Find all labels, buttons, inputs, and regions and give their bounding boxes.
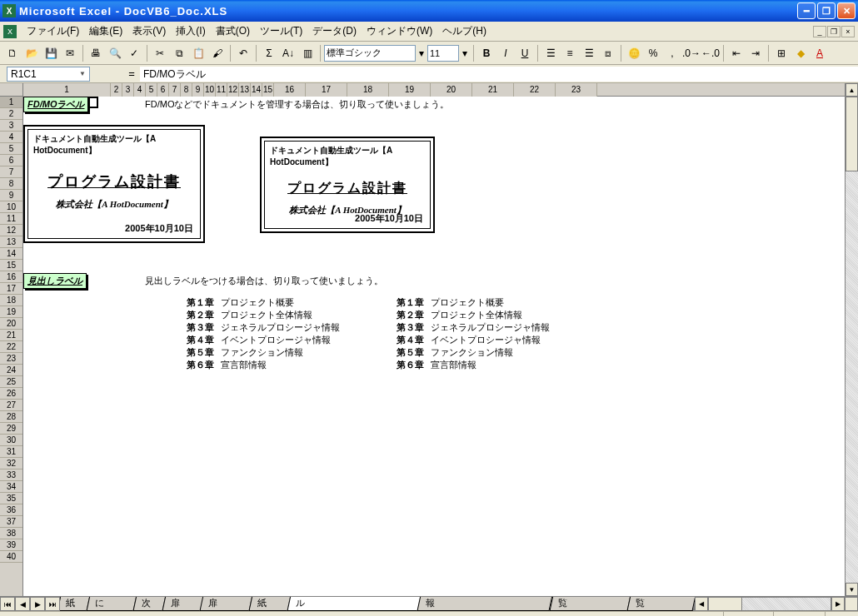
sheet-tab-6[interactable]: FD,MOラベル、見出しラベル <box>287 597 424 611</box>
col-header-2[interactable]: 2 <box>111 83 122 97</box>
col-header-11[interactable]: 11 <box>216 83 227 97</box>
mail-button[interactable]: ✉ <box>61 44 79 62</box>
row-header-9[interactable]: 9 <box>0 190 22 201</box>
row-header-21[interactable]: 21 <box>0 330 22 341</box>
menu-書式(O)[interactable]: 書式(O) <box>211 22 255 40</box>
save-button[interactable]: 💾 <box>42 44 60 62</box>
col-header-23[interactable]: 23 <box>556 83 597 97</box>
row-header-15[interactable]: 15 <box>0 260 22 271</box>
col-header-15[interactable]: 15 <box>262 83 274 97</box>
row-header-23[interactable]: 23 <box>0 353 22 365</box>
vscroll-thumb[interactable] <box>846 97 858 171</box>
col-header-1[interactable]: 1 <box>23 83 111 97</box>
vertical-scrollbar[interactable]: ▲ ▼ <box>845 83 858 596</box>
menu-データ(D)[interactable]: データ(D) <box>307 22 362 40</box>
sheet-tab-8[interactable]: 1.2参照設定一覧 <box>549 597 633 611</box>
row-header-25[interactable]: 25 <box>0 376 22 388</box>
horizontal-scrollbar[interactable]: ◀ ▶ <box>695 597 845 611</box>
menu-ファイル(F)[interactable]: ファイル(F) <box>22 22 84 40</box>
align-right-button[interactable]: ☰ <box>580 44 598 62</box>
autosum-button[interactable]: Σ <box>260 44 278 62</box>
row-header-2[interactable]: 2 <box>0 108 22 120</box>
merge-center-button[interactable]: ⧈ <box>599 44 617 62</box>
bold-button[interactable]: B <box>477 44 496 62</box>
row-header-4[interactable]: 4 <box>0 132 22 143</box>
row-header-35[interactable]: 35 <box>0 493 22 504</box>
tab-nav-last[interactable]: ⏭ <box>45 597 60 611</box>
col-header-14[interactable]: 14 <box>251 83 262 97</box>
menu-表示(V)[interactable]: 表示(V) <box>127 22 171 40</box>
paste-button[interactable]: 📋 <box>189 44 207 62</box>
scroll-up-button[interactable]: ▲ <box>846 83 858 97</box>
spellcheck-button[interactable]: ✓ <box>125 44 143 62</box>
preview-button[interactable]: 🔍 <box>106 44 124 62</box>
name-box[interactable]: R1C1▼ <box>7 67 90 82</box>
sheet-tab-7[interactable]: 1.1プロジェクトファイル情報 <box>417 597 556 611</box>
row-header-18[interactable]: 18 <box>0 295 22 306</box>
mdi-restore-button[interactable]: ❐ <box>827 26 841 37</box>
col-header-8[interactable]: 8 <box>181 83 192 97</box>
col-header-21[interactable]: 21 <box>472 83 514 97</box>
row-header-19[interactable]: 19 <box>0 306 22 318</box>
maximize-button[interactable]: ❐ <box>817 2 836 19</box>
increase-decimal-button[interactable]: .0→ <box>682 44 701 62</box>
workbook-icon[interactable]: X <box>3 25 17 38</box>
row-header-33[interactable]: 33 <box>0 469 22 481</box>
sort-desc-button[interactable]: ▥ <box>298 44 317 62</box>
mdi-close-button[interactable]: × <box>841 26 855 37</box>
row-header-27[interactable]: 27 <box>0 400 22 411</box>
col-header-13[interactable]: 13 <box>239 83 251 97</box>
sort-asc-button[interactable]: A↓ <box>279 44 297 62</box>
col-header-19[interactable]: 19 <box>389 83 431 97</box>
row-header-3[interactable]: 3 <box>0 120 22 132</box>
formula-input[interactable]: FD/MOラベル <box>140 67 858 82</box>
align-left-button[interactable]: ☰ <box>541 44 560 62</box>
row-header-40[interactable]: 40 <box>0 551 22 563</box>
row-header-13[interactable]: 13 <box>0 236 22 248</box>
row-header-11[interactable]: 11 <box>0 213 22 225</box>
menu-ウィンドウ(W)[interactable]: ウィンドウ(W) <box>362 22 437 40</box>
row-header-7[interactable]: 7 <box>0 166 22 178</box>
scroll-left-button[interactable]: ◀ <box>695 597 708 611</box>
row-header-37[interactable]: 37 <box>0 516 22 528</box>
row-header-17[interactable]: 17 <box>0 283 22 295</box>
tab-nav-prev[interactable]: ◀ <box>15 597 30 611</box>
currency-button[interactable]: 🪙 <box>625 44 643 62</box>
col-header-18[interactable]: 18 <box>347 83 389 97</box>
decrease-decimal-button[interactable]: ←.0 <box>701 44 720 62</box>
row-header-34[interactable]: 34 <box>0 481 22 493</box>
open-button[interactable]: 📂 <box>22 44 41 62</box>
undo-button[interactable]: ↶ <box>234 44 252 62</box>
col-header-3[interactable]: 3 <box>122 83 134 97</box>
col-header-12[interactable]: 12 <box>227 83 239 97</box>
new-button[interactable]: 🗋 <box>3 44 22 62</box>
col-header-4[interactable]: 4 <box>134 83 146 97</box>
font-size-select[interactable] <box>427 45 459 62</box>
tab-nav-first[interactable]: ⏮ <box>0 597 15 611</box>
menu-挿入(I)[interactable]: 挿入(I) <box>171 22 210 40</box>
tab-nav-next[interactable]: ▶ <box>30 597 45 611</box>
worksheet-grid[interactable]: 1234567891011121314151617181920212223 12… <box>0 83 858 596</box>
menu-ヘルプ(H)[interactable]: ヘルプ(H) <box>437 22 491 40</box>
heading-label-cell[interactable]: 見出しラベル <box>23 273 87 289</box>
row-header-6[interactable]: 6 <box>0 155 22 166</box>
underline-button[interactable]: U <box>516 44 534 62</box>
close-button[interactable]: ✕ <box>837 2 856 19</box>
font-dropdown-icon[interactable]: ▾ <box>417 44 427 62</box>
sheet-tab-1[interactable]: はじめに <box>86 597 139 611</box>
copy-button[interactable]: ⧉ <box>170 44 188 62</box>
comma-button[interactable]: , <box>663 44 681 62</box>
row-header-26[interactable]: 26 <box>0 388 22 400</box>
sheet-tab-4[interactable]: DOC中扉 <box>200 597 256 611</box>
align-center-button[interactable]: ≡ <box>561 44 579 62</box>
cut-button[interactable]: ✂ <box>151 44 169 62</box>
size-dropdown-icon[interactable]: ▾ <box>460 44 470 62</box>
scroll-down-button[interactable]: ▼ <box>846 583 858 596</box>
row-header-16[interactable]: 16 <box>0 271 22 283</box>
increase-indent-button[interactable]: ⇥ <box>746 44 765 62</box>
percent-button[interactable]: % <box>644 44 662 62</box>
fill-color-button[interactable]: ◆ <box>791 44 810 62</box>
row-header-38[interactable]: 38 <box>0 528 22 539</box>
row-header-32[interactable]: 32 <box>0 458 22 469</box>
col-header-5[interactable]: 5 <box>146 83 157 97</box>
